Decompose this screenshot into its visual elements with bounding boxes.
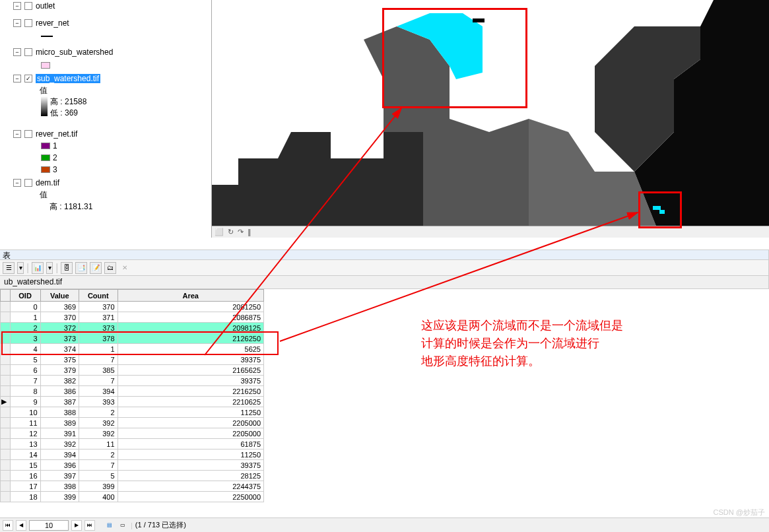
- page-input[interactable]: [29, 520, 69, 531]
- layer-label[interactable]: rever_net.tif: [36, 129, 77, 139]
- layer-label[interactable]: outlet: [36, 1, 55, 11]
- annotation-text: 这应该是两个流域而不是一个流域但是 计算的时候是会作为一个流域进行 地形高度特征…: [421, 317, 623, 370]
- checkbox[interactable]: [24, 48, 32, 56]
- layer-label-selected[interactable]: sub_watershed.tif: [36, 74, 100, 83]
- legend-label: 3: [53, 165, 57, 174]
- toolbar-dropdown[interactable]: ▾: [46, 262, 53, 274]
- table-row[interactable]: 16397528125: [1, 471, 264, 481]
- table-row[interactable]: 133921161875: [1, 439, 264, 449]
- expand-icon[interactable]: −: [13, 75, 21, 83]
- toolbar-btn[interactable]: 📑: [75, 262, 87, 274]
- table-row[interactable]: 7382739375: [1, 376, 264, 386]
- attribute-table-panel: 表 ☰ ▾ | 📊 ▾ | 🗄 📑 📝 🗂 ✕ ub_watershed.tif…: [0, 249, 769, 502]
- legend-label: 1: [53, 141, 57, 150]
- table-row[interactable]: 63793852165625: [1, 365, 264, 376]
- table-row[interactable]: 03693702081250: [1, 302, 264, 312]
- checkbox[interactable]: [24, 2, 32, 10]
- checkbox[interactable]: [24, 179, 32, 187]
- pager-icon[interactable]: ▤: [104, 520, 115, 531]
- selection-status: (1 / 713 已选择): [135, 520, 186, 530]
- table-caption: 表: [0, 249, 769, 260]
- checkbox[interactable]: ✓: [24, 75, 32, 83]
- next-page-btn[interactable]: ▶: [71, 520, 82, 531]
- annotation-box-small: [638, 191, 682, 228]
- checkbox[interactable]: [24, 19, 32, 27]
- last-page-btn[interactable]: ⏭: [84, 520, 95, 531]
- toolbar-btn[interactable]: 📝: [90, 262, 102, 274]
- annotation-box-large: [382, 8, 527, 108]
- legend-label: 2: [53, 153, 57, 162]
- map-tool-icon[interactable]: ⬜: [215, 228, 224, 236]
- table-pager: ⏮ ◀ ▶ ⏭ ▤ ▭ | (1 / 713 已选择): [0, 517, 769, 532]
- high-value: 高 : 1181.31: [50, 201, 92, 213]
- table-row[interactable]: 113893922205000: [1, 418, 264, 428]
- table-row[interactable]: 123913922205000: [1, 428, 264, 439]
- checkbox[interactable]: [24, 130, 32, 138]
- toolbar-btn[interactable]: ☰: [3, 262, 15, 274]
- col-header[interactable]: Area: [117, 290, 263, 302]
- layer-label[interactable]: micro_sub_watershed: [36, 48, 113, 57]
- expand-icon[interactable]: −: [13, 179, 21, 187]
- toolbar-btn[interactable]: 🗄: [61, 262, 73, 274]
- layer-toc: −outlet −rever_net −micro_sub_watershed …: [0, 0, 211, 244]
- map-tool-icon[interactable]: ‖: [248, 228, 251, 236]
- toolbar-btn[interactable]: ✕: [119, 262, 131, 274]
- table-row[interactable]: 5375739375: [1, 354, 264, 365]
- prev-page-btn[interactable]: ◀: [16, 520, 26, 531]
- col-header[interactable]: Value: [40, 290, 79, 302]
- map-tool-icon[interactable]: ↷: [238, 228, 244, 236]
- pager-icon[interactable]: ▭: [117, 520, 128, 531]
- legend-swatch: [41, 166, 50, 173]
- toolbar-dropdown[interactable]: ▾: [17, 262, 24, 274]
- table-row[interactable]: 173983992244375: [1, 481, 264, 492]
- toolbar-btn[interactable]: 📊: [32, 262, 44, 274]
- expand-icon[interactable]: −: [13, 19, 21, 27]
- legend-swatch: [41, 154, 50, 161]
- high-value: 高 : 21588: [50, 96, 86, 108]
- low-value: 低 : 369: [50, 108, 86, 119]
- table-row[interactable]: 83863942216250: [1, 386, 264, 397]
- row-header-corner: [1, 290, 11, 302]
- table-toolbar: ☰ ▾ | 📊 ▾ | 🗄 📑 📝 🗂 ✕: [0, 260, 769, 276]
- first-page-btn[interactable]: ⏮: [3, 520, 13, 531]
- layer-label[interactable]: rever_net: [36, 18, 69, 28]
- table-row[interactable]: ▶93873932210625: [1, 397, 264, 407]
- attribute-table: OID Value Count Area 0369370208125013703…: [0, 289, 264, 502]
- col-header[interactable]: OID: [10, 290, 40, 302]
- legend-swatch: [41, 143, 50, 149]
- expand-icon[interactable]: −: [13, 48, 21, 56]
- value-label: 值: [40, 85, 48, 96]
- expand-icon[interactable]: −: [13, 2, 21, 10]
- table-tab[interactable]: ub_watershed.tif: [0, 276, 769, 289]
- table-row[interactable]: 10388211250: [1, 407, 264, 418]
- gradient-legend: [41, 96, 48, 116]
- layer-label[interactable]: dem.tif: [36, 178, 59, 187]
- map-toolbar: ⬜ ↻ ↷ ‖: [211, 226, 769, 238]
- table-row[interactable]: 183994002250000: [1, 492, 264, 502]
- col-header[interactable]: Count: [79, 290, 117, 302]
- toolbar-btn[interactable]: 🗂: [104, 262, 116, 274]
- value-label: 值: [40, 189, 48, 201]
- map-tool-icon[interactable]: ↻: [228, 228, 234, 236]
- watermark: CSDN @炒茄子: [714, 508, 765, 517]
- annotation-table-rows: [1, 331, 279, 355]
- table-row[interactable]: 13703712086875: [1, 312, 264, 323]
- table-row[interactable]: 14394211250: [1, 449, 264, 460]
- table-row[interactable]: 15396739375: [1, 460, 264, 471]
- expand-icon[interactable]: −: [13, 130, 21, 138]
